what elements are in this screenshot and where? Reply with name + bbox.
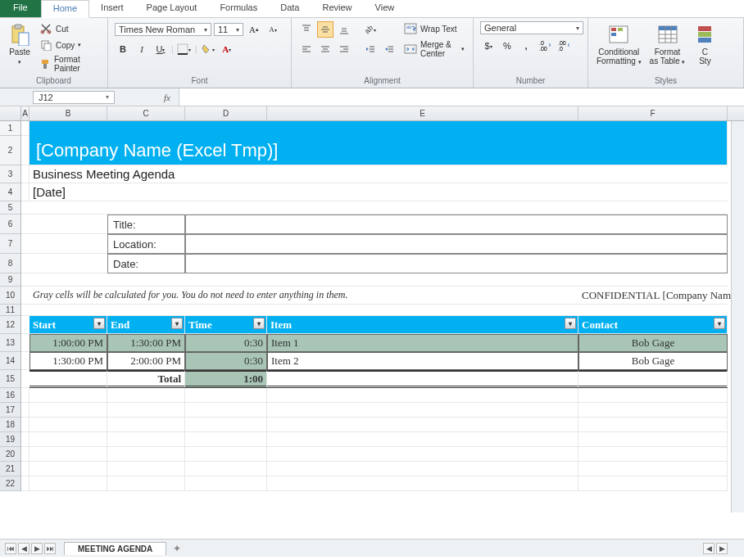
font-color-button[interactable]: A▾ (219, 41, 235, 57)
cut-button[interactable]: Cut (38, 21, 101, 36)
row-header-4[interactable]: 4 (0, 183, 20, 201)
table-header-end[interactable]: End▾ (107, 316, 185, 334)
row-header-8[interactable]: 8 (0, 254, 20, 273)
company-banner[interactable]: [Company Name (Excel Tmp)] (29, 136, 728, 165)
vertical-scrollbar[interactable] (731, 106, 744, 513)
tab-formulas[interactable]: Formulas (208, 0, 269, 17)
increase-decimal-button[interactable]: .0.00 (537, 38, 553, 54)
location-label[interactable]: Location: (107, 234, 185, 254)
wrap-text-button[interactable]: ab Wrap Text (402, 21, 466, 36)
location-value[interactable] (185, 234, 728, 254)
tab-data[interactable]: Data (269, 0, 311, 17)
confidential-text[interactable]: [Company Name (Excel Tmp)] CONFIDENTIAL (578, 287, 728, 305)
increase-font-button[interactable]: A▴ (246, 21, 262, 38)
italic-button[interactable]: I (134, 41, 150, 57)
row-header-2[interactable]: 2 (0, 136, 20, 165)
row-header-10[interactable]: 10 (0, 287, 20, 305)
decrease-decimal-button[interactable]: .00.0 (556, 38, 572, 54)
cell-time-0[interactable]: 0:30 (185, 334, 267, 352)
table-header-time[interactable]: Time▾ (185, 316, 267, 334)
decrease-indent-button[interactable] (362, 41, 379, 57)
select-all-corner[interactable] (0, 106, 21, 120)
percent-button[interactable]: % (499, 38, 515, 54)
fill-color-button[interactable]: ▾ (200, 41, 216, 57)
title-label[interactable]: Title: (107, 215, 185, 234)
sheet-first-button[interactable]: ⏮ (5, 543, 16, 554)
row-header-22[interactable]: 22 (0, 476, 20, 491)
title-value[interactable] (185, 215, 728, 234)
row-header-6[interactable]: 6 (0, 215, 20, 234)
name-box[interactable]: J12▾ (33, 91, 115, 104)
font-size-dropdown[interactable]: 11▾ (214, 23, 243, 36)
total-label[interactable]: Total (107, 370, 185, 388)
row-header-11[interactable]: 11 (0, 305, 20, 316)
date-label[interactable]: Date: (107, 254, 185, 273)
table-header-item[interactable]: Item▾ (267, 316, 578, 334)
row-header-3[interactable]: 3 (0, 165, 20, 183)
tab-file[interactable]: File (0, 0, 41, 17)
sheet-tab-meeting-agenda[interactable]: MEETING AGENDA (64, 542, 166, 555)
sheet-next-button[interactable]: ▶ (31, 543, 43, 554)
filter-button-time[interactable]: ▾ (253, 318, 265, 329)
border-button[interactable]: ▾ (176, 41, 193, 57)
cell-contact-1[interactable]: Bob Gage (578, 352, 728, 370)
align-left-button[interactable] (298, 41, 315, 57)
tab-view[interactable]: View (364, 0, 406, 17)
date-placeholder[interactable]: [Date] (29, 183, 728, 201)
row-header-1[interactable]: 1 (0, 121, 20, 136)
tab-page-layout[interactable]: Page Layout (135, 0, 209, 17)
bold-button[interactable]: B (115, 41, 131, 57)
conditional-formatting-button[interactable]: ConditionalFormatting ▾ (595, 21, 643, 67)
orientation-button[interactable]: ab▾ (362, 21, 379, 38)
cell-start-0[interactable]: 1:00:00 PM (29, 334, 107, 352)
filter-button-contact[interactable]: ▾ (714, 318, 725, 329)
filter-button-item[interactable]: ▾ (565, 318, 576, 329)
row-header-19[interactable]: 19 (0, 432, 20, 447)
paste-button[interactable]: Paste ▾ (7, 21, 33, 67)
cell-item-1[interactable]: Item 2 (267, 352, 578, 370)
row-header-17[interactable]: 17 (0, 403, 20, 418)
align-center-button[interactable] (317, 41, 333, 57)
format-as-table-button[interactable]: Formatas Table ▾ (648, 21, 687, 67)
column-header-B[interactable]: B (29, 106, 107, 120)
column-header-A[interactable]: A (21, 106, 29, 120)
row-header-5[interactable]: 5 (0, 201, 20, 215)
underline-button[interactable]: U▾ (152, 41, 169, 57)
tab-review[interactable]: Review (311, 0, 363, 17)
filter-button-start[interactable]: ▾ (93, 318, 105, 329)
row-header-9[interactable]: 9 (0, 273, 20, 287)
font-name-dropdown[interactable]: Times New Roman▾ (115, 23, 211, 36)
horizontal-scrollbar[interactable]: ◀▶ (703, 543, 728, 554)
align-top-button[interactable] (298, 21, 315, 38)
row-header-18[interactable]: 18 (0, 418, 20, 432)
insert-sheet-button[interactable]: ✦ (173, 543, 181, 554)
row-header-20[interactable]: 20 (0, 447, 20, 462)
row-header-16[interactable]: 16 (0, 388, 20, 403)
row-header-7[interactable]: 7 (0, 234, 20, 254)
row-header-15[interactable]: 15 (0, 370, 20, 388)
cell-styles-button[interactable]: CSty (692, 21, 718, 67)
filter-button-end[interactable]: ▾ (171, 318, 183, 329)
tab-insert[interactable]: Insert (89, 0, 135, 17)
cell-item-0[interactable]: Item 1 (267, 334, 578, 352)
cell-end-0[interactable]: 1:30:00 PM (107, 334, 185, 352)
row-header-21[interactable]: 21 (0, 462, 20, 476)
tab-home[interactable]: Home (41, 0, 89, 18)
comma-button[interactable]: , (518, 38, 534, 54)
number-format-dropdown[interactable]: General▾ (480, 21, 583, 34)
table-header-contact[interactable]: Contact▾ (578, 316, 728, 334)
date-value[interactable] (185, 254, 728, 273)
copy-button[interactable]: Copy ▾ (38, 38, 101, 52)
column-header-D[interactable]: D (185, 106, 267, 120)
row-header-12[interactable]: 12 (0, 316, 20, 334)
align-bottom-button[interactable] (336, 21, 352, 38)
format-painter-button[interactable]: Format Painter (38, 54, 101, 74)
subtitle[interactable]: Business Meeting Agenda (29, 165, 728, 183)
gray-note[interactable]: Gray cells will be calculated for you. Y… (29, 287, 267, 305)
column-header-E[interactable]: E (267, 106, 578, 120)
merge-center-button[interactable]: Merge & Center ▾ (402, 39, 466, 59)
row-header-13[interactable]: 13 (0, 334, 20, 352)
banner-top[interactable] (29, 121, 728, 136)
currency-button[interactable]: $▾ (480, 38, 497, 54)
sheet-last-button[interactable]: ⏭ (44, 543, 56, 554)
